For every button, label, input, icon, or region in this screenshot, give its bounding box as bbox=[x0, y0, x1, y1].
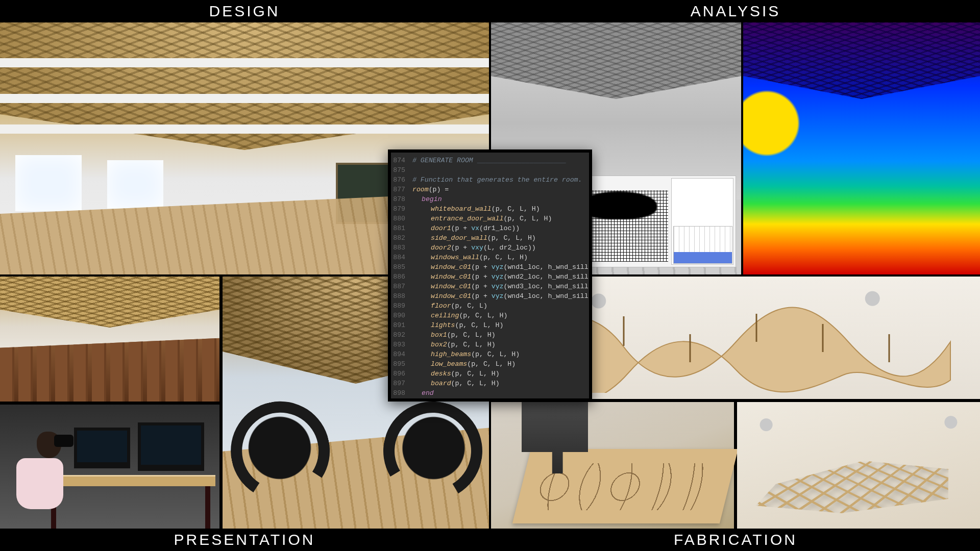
user-torso bbox=[16, 458, 63, 509]
presentation-user-photo bbox=[0, 405, 219, 529]
analysis-label: ANALYSIS bbox=[491, 0, 980, 22]
code-editor-overlay: 8748758768778788798808818828838848858868… bbox=[388, 149, 592, 402]
waffle-ceiling-gray bbox=[491, 22, 741, 99]
fabrication-label: FABRICATION bbox=[491, 529, 980, 551]
vr-headset-icon bbox=[54, 435, 74, 447]
analysis-thermal-render bbox=[743, 22, 980, 274]
monitor bbox=[74, 428, 130, 468]
design-label: DESIGN bbox=[0, 0, 489, 22]
waffle-ceiling-thermal bbox=[743, 22, 980, 99]
ceiling-beam bbox=[0, 124, 489, 134]
fabrication-cnc-photo bbox=[491, 402, 734, 529]
analysis-software-panel bbox=[568, 176, 736, 267]
presentation-render-small bbox=[0, 277, 219, 402]
desk-leg bbox=[205, 486, 210, 529]
vr-user bbox=[6, 427, 78, 529]
window bbox=[107, 160, 163, 209]
auditorium-seating bbox=[0, 333, 219, 402]
ceiling-beam bbox=[0, 94, 489, 103]
ceiling-beam bbox=[0, 58, 489, 67]
analysis-graph bbox=[673, 226, 732, 264]
code-body: # GENERATE ROOM ______________________ #… bbox=[412, 156, 586, 395]
presentation-label: PRESENTATION bbox=[0, 529, 489, 551]
window bbox=[15, 155, 82, 211]
waffle-ceiling bbox=[0, 277, 219, 328]
waffle-lattice-model bbox=[753, 457, 968, 519]
fabrication-assembly-photo bbox=[737, 402, 980, 529]
monitor bbox=[138, 422, 204, 471]
code-gutter: 8748758768778788798808818828838848858868… bbox=[391, 156, 408, 395]
